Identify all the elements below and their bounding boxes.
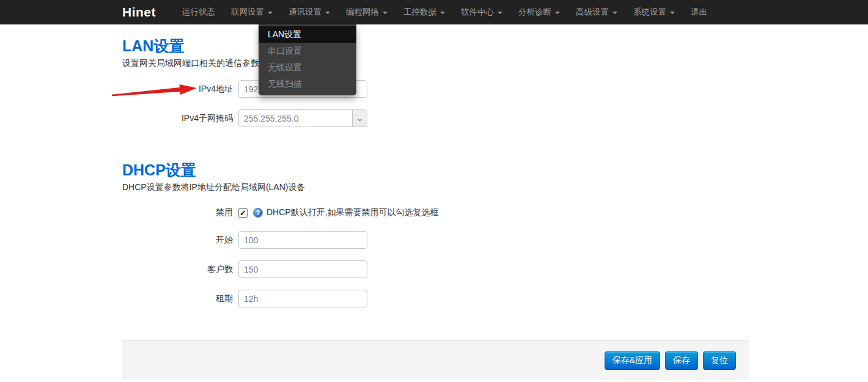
comm-settings-dropdown: LAN设置 串口设置 无线设置 无线扫描 xyxy=(259,24,356,95)
help-icon[interactable]: ? xyxy=(253,208,263,218)
caret-icon xyxy=(612,12,617,14)
dhcp-limit-input[interactable] xyxy=(238,260,367,278)
check-icon: ✓ xyxy=(240,209,246,217)
caret-icon xyxy=(325,12,330,14)
dhcp-disable-label: 禁用 xyxy=(122,207,238,218)
page-actions-bar: 保存&应用 保存 复位 xyxy=(122,340,749,380)
dhcp-lease-input[interactable] xyxy=(238,290,367,307)
main-content: LAN设置 设置网关局域网端口相关的通信参数 IPv4地址 IPv4子网掩码 2… xyxy=(122,24,749,380)
nav-item-network-settings[interactable]: 联网设置 xyxy=(223,0,281,24)
save-button[interactable]: 保存 xyxy=(665,351,698,370)
nav-item-system-settings[interactable]: 系统设置 xyxy=(625,0,683,24)
caret-icon xyxy=(383,12,388,14)
caret-icon xyxy=(498,12,502,14)
nav-item-comm-settings[interactable]: 通讯设置 xyxy=(281,0,338,24)
red-annotation-arrow xyxy=(110,78,214,100)
dhcp-disable-row: 禁用 ✓ ? DHCP默认打开,如果需要禁用可以勾选复选框 xyxy=(122,207,749,218)
dhcp-start-input[interactable] xyxy=(238,231,367,249)
reset-button[interactable]: 复位 xyxy=(703,351,736,370)
lan-section: LAN设置 设置网关局域网端口相关的通信参数 IPv4地址 IPv4子网掩码 2… xyxy=(122,24,749,127)
nav-item-advanced-settings[interactable]: 高级设置 xyxy=(568,0,625,24)
dhcp-section-title: DHCP设置 xyxy=(122,161,749,178)
dhcp-start-label: 开始 xyxy=(122,235,238,246)
dhcp-section: DHCP设置 DHCP设置参数将IP地址分配给局域网(LAN)设备 禁用 ✓ ?… xyxy=(122,161,749,307)
nav-item-programming-network[interactable]: 编程网络 xyxy=(338,0,395,24)
ipv4-address-row: IPv4地址 xyxy=(122,80,749,98)
lan-section-title: LAN设置 xyxy=(122,24,749,54)
caret-icon xyxy=(555,12,560,14)
dropdown-item-wireless-scan[interactable]: 无线扫描 xyxy=(259,76,356,92)
lan-section-subtitle: 设置网关局域网端口相关的通信参数 xyxy=(122,58,749,68)
top-navbar: Hinet 运行状态 联网设置 通讯设置 编程网络 工控数据 软件中心 分析诊断… xyxy=(0,0,868,24)
brand-logo[interactable]: Hinet xyxy=(122,5,156,20)
nav-item-run-status[interactable]: 运行状态 xyxy=(174,0,223,24)
nav-item-logout[interactable]: 退出 xyxy=(683,0,715,24)
nav-item-software-center[interactable]: 软件中心 xyxy=(453,0,510,24)
dropdown-item-lan-settings[interactable]: LAN设置 xyxy=(259,26,356,43)
dropdown-item-wireless-settings[interactable]: 无线设置 xyxy=(259,59,356,76)
dropdown-item-serial-settings[interactable]: 串口设置 xyxy=(259,43,356,59)
caret-icon xyxy=(268,12,273,14)
dhcp-limit-row: 客户数 xyxy=(122,260,749,278)
ipv4-netmask-label: IPv4子网掩码 xyxy=(122,113,238,124)
caret-icon xyxy=(440,12,445,14)
ipv4-netmask-selected-value: 255.255.255.0 xyxy=(244,114,299,123)
chevron-down-icon: ⌄ xyxy=(352,110,367,127)
dhcp-lease-label: 租期 xyxy=(122,293,238,304)
dhcp-disable-hint: DHCP默认打开,如果需要禁用可以勾选复选框 xyxy=(267,207,439,218)
dhcp-limit-label: 客户数 xyxy=(122,264,238,275)
dhcp-lease-row: 租期 xyxy=(122,290,749,307)
dhcp-disable-checkbox[interactable]: ✓ xyxy=(238,208,248,218)
dhcp-start-row: 开始 xyxy=(122,231,749,249)
ipv4-netmask-row: IPv4子网掩码 255.255.255.0 ⌄ xyxy=(122,109,749,127)
nav-item-industrial-data[interactable]: 工控数据 xyxy=(395,0,453,24)
save-apply-button[interactable]: 保存&应用 xyxy=(605,351,660,370)
nav-menu: 运行状态 联网设置 通讯设置 编程网络 工控数据 软件中心 分析诊断 高级设置 … xyxy=(174,0,715,24)
nav-item-analysis-diagnosis[interactable]: 分析诊断 xyxy=(510,0,568,24)
dhcp-section-subtitle: DHCP设置参数将IP地址分配给局域网(LAN)设备 xyxy=(122,182,749,192)
caret-icon xyxy=(670,12,675,14)
ipv4-netmask-select[interactable]: 255.255.255.0 ⌄ xyxy=(238,109,367,127)
